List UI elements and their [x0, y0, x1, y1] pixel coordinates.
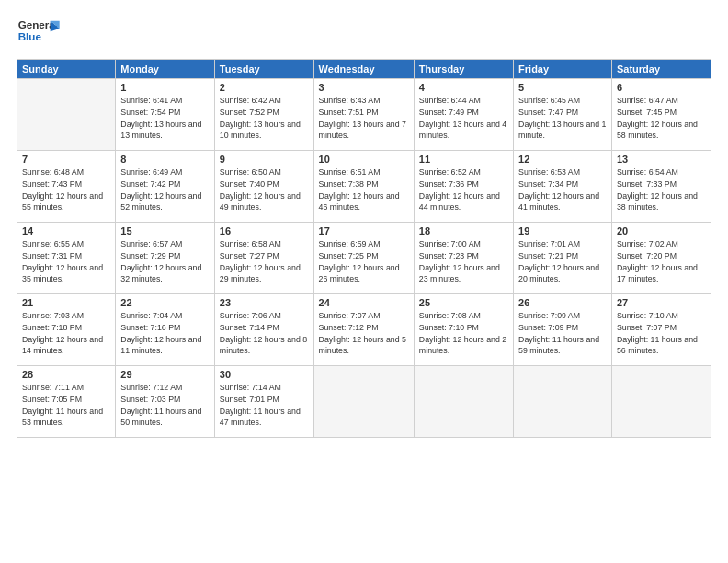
- day-info: Sunrise: 6:41 AMSunset: 7:54 PMDaylight:…: [120, 95, 210, 142]
- day-cell: 29Sunrise: 7:12 AMSunset: 7:03 PMDayligh…: [116, 366, 215, 438]
- day-number: 18: [419, 225, 508, 236]
- week-row-2: 7Sunrise: 6:48 AMSunset: 7:43 PMDaylight…: [17, 151, 711, 223]
- day-cell: 4Sunrise: 6:44 AMSunset: 7:49 PMDaylight…: [414, 79, 513, 151]
- day-info: Sunrise: 6:53 AMSunset: 7:34 PMDaylight:…: [518, 167, 607, 213]
- weekday-header-tuesday: Tuesday: [214, 60, 313, 79]
- day-cell: 16Sunrise: 6:58 AMSunset: 7:27 PMDayligh…: [214, 223, 313, 294]
- day-number: 24: [319, 297, 409, 308]
- page: General Blue SundayMondayTuesdayWednesda…: [0, 0, 728, 563]
- day-info: Sunrise: 6:47 AMSunset: 7:45 PMDaylight:…: [617, 95, 706, 142]
- day-cell: 1Sunrise: 6:41 AMSunset: 7:54 PMDaylight…: [116, 79, 215, 151]
- day-cell: 2Sunrise: 6:42 AMSunset: 7:52 PMDaylight…: [214, 79, 313, 151]
- day-number: 20: [617, 225, 706, 236]
- day-cell: 18Sunrise: 7:00 AMSunset: 7:23 PMDayligh…: [414, 223, 513, 294]
- svg-text:Blue: Blue: [18, 30, 42, 42]
- day-cell: 14Sunrise: 6:55 AMSunset: 7:31 PMDayligh…: [17, 223, 116, 294]
- day-number: 6: [617, 82, 706, 93]
- day-info: Sunrise: 6:51 AMSunset: 7:38 PMDaylight:…: [319, 167, 409, 213]
- day-number: 23: [220, 297, 309, 308]
- day-info: Sunrise: 7:12 AMSunset: 7:03 PMDaylight:…: [120, 382, 210, 429]
- day-cell: 12Sunrise: 6:53 AMSunset: 7:34 PMDayligh…: [514, 151, 612, 223]
- week-row-3: 14Sunrise: 6:55 AMSunset: 7:31 PMDayligh…: [17, 223, 711, 294]
- weekday-header-thursday: Thursday: [414, 60, 513, 79]
- day-cell: [17, 79, 116, 151]
- header: General Blue: [17, 15, 711, 52]
- day-number: 3: [319, 82, 409, 93]
- weekday-header-row: SundayMondayTuesdayWednesdayThursdayFrid…: [17, 60, 711, 79]
- weekday-header-monday: Monday: [116, 60, 215, 79]
- day-cell: 11Sunrise: 6:52 AMSunset: 7:36 PMDayligh…: [414, 151, 513, 223]
- day-cell: 9Sunrise: 6:50 AMSunset: 7:40 PMDaylight…: [214, 151, 313, 223]
- day-number: 5: [518, 82, 607, 93]
- day-info: Sunrise: 7:02 AMSunset: 7:20 PMDaylight:…: [617, 238, 706, 285]
- day-cell: 21Sunrise: 7:03 AMSunset: 7:18 PMDayligh…: [17, 294, 116, 366]
- day-cell: 6Sunrise: 6:47 AMSunset: 7:45 PMDaylight…: [611, 79, 711, 151]
- day-info: Sunrise: 6:54 AMSunset: 7:33 PMDaylight:…: [617, 167, 706, 213]
- day-info: Sunrise: 6:49 AMSunset: 7:42 PMDaylight:…: [120, 167, 210, 213]
- day-info: Sunrise: 7:09 AMSunset: 7:09 PMDaylight:…: [518, 310, 607, 357]
- day-info: Sunrise: 6:44 AMSunset: 7:49 PMDaylight:…: [419, 95, 508, 142]
- day-number: 15: [120, 225, 210, 236]
- day-number: 21: [22, 297, 110, 308]
- day-number: 26: [518, 297, 607, 308]
- day-number: 9: [220, 154, 309, 165]
- day-cell: 24Sunrise: 7:07 AMSunset: 7:12 PMDayligh…: [313, 294, 414, 366]
- day-cell: 20Sunrise: 7:02 AMSunset: 7:20 PMDayligh…: [611, 223, 711, 294]
- day-cell: 5Sunrise: 6:45 AMSunset: 7:47 PMDaylight…: [514, 79, 612, 151]
- day-number: 30: [220, 369, 309, 380]
- day-cell: 30Sunrise: 7:14 AMSunset: 7:01 PMDayligh…: [214, 366, 313, 438]
- day-cell: 10Sunrise: 6:51 AMSunset: 7:38 PMDayligh…: [313, 151, 414, 223]
- day-number: 10: [319, 154, 409, 165]
- week-row-4: 21Sunrise: 7:03 AMSunset: 7:18 PMDayligh…: [17, 294, 711, 366]
- day-number: 17: [319, 225, 409, 236]
- day-cell: 19Sunrise: 7:01 AMSunset: 7:21 PMDayligh…: [514, 223, 612, 294]
- day-info: Sunrise: 7:14 AMSunset: 7:01 PMDaylight:…: [220, 382, 309, 429]
- day-number: 8: [120, 154, 210, 165]
- day-info: Sunrise: 7:03 AMSunset: 7:18 PMDaylight:…: [22, 310, 110, 357]
- day-info: Sunrise: 7:04 AMSunset: 7:16 PMDaylight:…: [120, 310, 210, 357]
- day-info: Sunrise: 6:45 AMSunset: 7:47 PMDaylight:…: [518, 95, 607, 142]
- day-info: Sunrise: 6:52 AMSunset: 7:36 PMDaylight:…: [419, 167, 508, 213]
- day-number: 11: [419, 154, 508, 165]
- day-number: 14: [22, 225, 110, 236]
- day-number: 1: [120, 82, 210, 93]
- weekday-header-saturday: Saturday: [611, 60, 711, 79]
- day-info: Sunrise: 6:58 AMSunset: 7:27 PMDaylight:…: [220, 238, 309, 285]
- day-cell: 7Sunrise: 6:48 AMSunset: 7:43 PMDaylight…: [17, 151, 116, 223]
- day-number: 7: [22, 154, 110, 165]
- day-number: 16: [220, 225, 309, 236]
- day-info: Sunrise: 6:48 AMSunset: 7:43 PMDaylight:…: [22, 167, 110, 213]
- day-info: Sunrise: 6:59 AMSunset: 7:25 PMDaylight:…: [319, 238, 409, 285]
- day-number: 29: [120, 369, 210, 380]
- week-row-1: 1Sunrise: 6:41 AMSunset: 7:54 PMDaylight…: [17, 79, 711, 151]
- day-number: 28: [22, 369, 110, 380]
- day-info: Sunrise: 7:01 AMSunset: 7:21 PMDaylight:…: [518, 238, 607, 285]
- day-cell: [313, 366, 414, 438]
- day-info: Sunrise: 7:11 AMSunset: 7:05 PMDaylight:…: [22, 382, 110, 429]
- day-info: Sunrise: 7:00 AMSunset: 7:23 PMDaylight:…: [419, 238, 508, 285]
- day-cell: [514, 366, 612, 438]
- week-row-5: 28Sunrise: 7:11 AMSunset: 7:05 PMDayligh…: [17, 366, 711, 438]
- logo: General Blue: [17, 15, 63, 52]
- day-cell: 17Sunrise: 6:59 AMSunset: 7:25 PMDayligh…: [313, 223, 414, 294]
- day-cell: 28Sunrise: 7:11 AMSunset: 7:05 PMDayligh…: [17, 366, 116, 438]
- day-info: Sunrise: 7:07 AMSunset: 7:12 PMDaylight:…: [319, 310, 409, 357]
- day-info: Sunrise: 7:06 AMSunset: 7:14 PMDaylight:…: [220, 310, 309, 357]
- day-number: 22: [120, 297, 210, 308]
- day-cell: [414, 366, 513, 438]
- day-number: 4: [419, 82, 508, 93]
- day-cell: 26Sunrise: 7:09 AMSunset: 7:09 PMDayligh…: [514, 294, 612, 366]
- day-number: 12: [518, 154, 607, 165]
- day-cell: 27Sunrise: 7:10 AMSunset: 7:07 PMDayligh…: [611, 294, 711, 366]
- day-cell: 15Sunrise: 6:57 AMSunset: 7:29 PMDayligh…: [116, 223, 215, 294]
- day-cell: 25Sunrise: 7:08 AMSunset: 7:10 PMDayligh…: [414, 294, 513, 366]
- day-info: Sunrise: 6:50 AMSunset: 7:40 PMDaylight:…: [220, 167, 309, 213]
- calendar-table: SundayMondayTuesdayWednesdayThursdayFrid…: [17, 59, 711, 438]
- weekday-header-wednesday: Wednesday: [313, 60, 414, 79]
- day-info: Sunrise: 7:10 AMSunset: 7:07 PMDaylight:…: [617, 310, 706, 357]
- logo-icon: General Blue: [17, 15, 63, 52]
- day-cell: 3Sunrise: 6:43 AMSunset: 7:51 PMDaylight…: [313, 79, 414, 151]
- day-info: Sunrise: 6:55 AMSunset: 7:31 PMDaylight:…: [22, 238, 110, 285]
- day-number: 27: [617, 297, 706, 308]
- day-number: 2: [220, 82, 309, 93]
